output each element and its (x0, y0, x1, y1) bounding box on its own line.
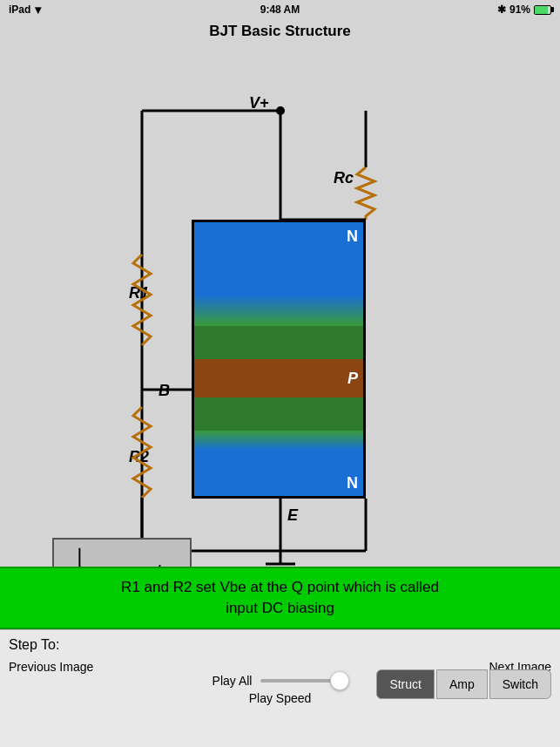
svg-point-0 (276, 106, 285, 115)
svg-text:R1: R1 (129, 284, 149, 302)
bjt-n-collector: N (194, 222, 363, 326)
amp-button[interactable]: Amp (436, 669, 488, 699)
info-line2: input DC biasing (10, 598, 550, 619)
svg-text:V+: V+ (249, 94, 269, 112)
bjt-n-emitter: N (194, 431, 363, 496)
svg-text:Rc: Rc (334, 169, 354, 187)
bjt-p-base: P (194, 359, 363, 397)
info-box: R1 and R2 set Vbe at the Q point which i… (0, 567, 560, 629)
status-right: ✱ 91% (497, 3, 551, 16)
device-label: iPad (9, 3, 30, 16)
play-all-label: Play All (213, 674, 253, 688)
play-speed-label: Play Speed (249, 691, 312, 705)
bottom-bar: Step To: Previous Image Next Image Play … (0, 629, 560, 747)
play-speed-slider[interactable] (260, 679, 347, 682)
status-left: iPad ▾ (9, 3, 41, 17)
bjt-transistor-block: N P N (192, 220, 366, 499)
bjt-base-green-bot (194, 397, 363, 431)
info-line1: R1 and R2 set Vbe at the Q point which i… (10, 577, 550, 598)
svg-text:B: B (159, 382, 170, 399)
bjt-n-bot-label: N (347, 474, 358, 492)
bluetooth-icon: ✱ (497, 3, 506, 16)
switch-button[interactable]: Switch (489, 669, 551, 699)
svg-text:E: E (287, 506, 299, 524)
svg-text:R2: R2 (129, 448, 149, 465)
battery-percentage: 91% (509, 3, 530, 16)
slider-thumb[interactable] (330, 671, 349, 690)
play-row: Play All (213, 674, 348, 688)
step-to-label: Step To: (0, 630, 560, 656)
bjt-p-label: P (347, 369, 358, 387)
struct-button[interactable]: Struct (376, 669, 435, 699)
bjt-base-green-top (194, 326, 363, 359)
mode-buttons: Struct Amp Switch (376, 669, 551, 699)
time-display: 9:48 AM (260, 3, 300, 16)
bjt-n-top-label: N (347, 227, 358, 246)
page-title: BJT Basic Structure (0, 19, 560, 45)
play-speed-section: Play All Play Speed (213, 674, 348, 705)
wifi-icon: ▾ (35, 3, 41, 17)
battery-icon (534, 5, 551, 15)
previous-image-button[interactable]: Previous Image (9, 660, 93, 674)
status-bar: iPad ▾ 9:48 AM ✱ 91% (0, 0, 560, 19)
